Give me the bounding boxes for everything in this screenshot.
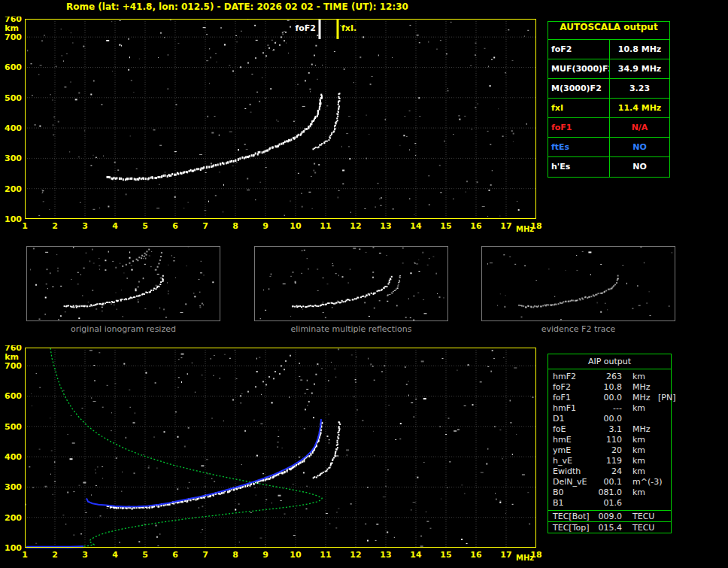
aip-param-extra bbox=[657, 498, 671, 509]
thumbnail-cleaned-plot bbox=[254, 246, 448, 321]
aip-param-extra bbox=[657, 445, 671, 456]
svg-text:12: 12 bbox=[350, 550, 361, 560]
aip-param-unit: MHz bbox=[623, 393, 657, 403]
svg-text:6: 6 bbox=[172, 550, 178, 560]
aip-param-value: 24 bbox=[596, 466, 623, 477]
thumbnail-cleaned-caption: eliminate multiple reflections bbox=[254, 324, 448, 334]
svg-text:13: 13 bbox=[380, 550, 391, 560]
svg-text:12: 12 bbox=[350, 221, 361, 231]
aip-row: foF100.0MHz[PN] bbox=[548, 393, 671, 403]
svg-text:10: 10 bbox=[290, 550, 302, 560]
aip-tec-rows: TEC[Bot]009.0TECUTEC[Top]015.4TECU bbox=[548, 510, 671, 533]
autoscala-param-value: 34.9 MHz bbox=[610, 59, 669, 78]
aip-param-unit: m^(-3) bbox=[623, 477, 657, 488]
svg-text:17: 17 bbox=[500, 221, 511, 231]
thumbnail-original: original ionogram resized bbox=[26, 246, 220, 334]
aip-param-label: Ewidth bbox=[553, 466, 596, 477]
svg-text:16: 16 bbox=[470, 550, 482, 560]
autoscala-param-value: NO bbox=[610, 157, 669, 177]
thumbnail-cleaned: eliminate multiple reflections bbox=[254, 246, 448, 334]
aip-param-label: hmF2 bbox=[553, 372, 596, 382]
aip-param-label: ymE bbox=[553, 445, 596, 456]
autoscala-param-value: NO bbox=[610, 138, 669, 156]
thumb_evidence-svg bbox=[481, 246, 675, 321]
autoscala-param-value: 10.8 MHz bbox=[610, 40, 669, 59]
aip-output-title: AIP output bbox=[548, 354, 671, 369]
y-axis-unit: km bbox=[5, 352, 19, 362]
aip-param-value: 119 bbox=[596, 456, 623, 466]
autoscala-window: Rome (lat: +41.8, lon: 012.5) - DATE: 20… bbox=[0, 0, 728, 568]
aip-param-value: 00.0 bbox=[596, 414, 623, 424]
aip-param-unit: km bbox=[623, 466, 657, 477]
autoscala-param-label: fxI bbox=[548, 99, 610, 117]
svg-text:3: 3 bbox=[82, 221, 88, 231]
svg-text:1: 1 bbox=[22, 550, 28, 560]
thumbnail-evidence-plot bbox=[481, 246, 675, 321]
aip-param-label: foF2 bbox=[553, 382, 596, 393]
aip-tec-unit: TECU bbox=[623, 511, 657, 522]
autoscala-row: MUF(3000)F234.9 MHz bbox=[548, 59, 669, 79]
aip-param-extra bbox=[657, 403, 671, 414]
aip-row: B0081.0km bbox=[548, 488, 671, 498]
aip-param-label: B0 bbox=[553, 488, 596, 498]
ionogram_top-svg: foF2fxI.123456789101112131415161718MHz10… bbox=[0, 17, 544, 233]
svg-text:17: 17 bbox=[500, 550, 511, 560]
svg-text:10: 10 bbox=[290, 221, 302, 231]
aip-tec-row: TEC[Bot]009.0TECU bbox=[548, 510, 671, 521]
svg-text:700: 700 bbox=[5, 32, 22, 42]
svg-text:16: 16 bbox=[470, 221, 482, 231]
autoscala-param-label: MUF(3000)F2 bbox=[548, 59, 610, 78]
svg-text:11: 11 bbox=[320, 550, 331, 560]
fxi--marker-label: fxI. bbox=[341, 23, 356, 33]
aip-param-unit: km bbox=[623, 445, 657, 456]
thumb_cleaned-svg bbox=[254, 246, 448, 321]
y-axis-unit: km bbox=[5, 23, 19, 33]
svg-text:7: 7 bbox=[202, 550, 208, 560]
aip-param-unit: km bbox=[623, 488, 657, 498]
aip-param-value: 00.0 bbox=[596, 393, 623, 403]
aip-param-extra bbox=[657, 372, 671, 382]
svg-text:5: 5 bbox=[142, 550, 148, 560]
thumb_original-svg bbox=[26, 246, 220, 321]
svg-text:9: 9 bbox=[262, 221, 268, 231]
autoscala-output-title: AUTOSCALA output bbox=[548, 22, 669, 40]
aip-param-unit bbox=[623, 414, 657, 424]
svg-text:100: 100 bbox=[5, 214, 22, 224]
svg-text:13: 13 bbox=[380, 221, 391, 231]
fof2-marker-label: foF2 bbox=[295, 23, 316, 33]
aip-row: D100.0 bbox=[548, 414, 671, 424]
autoscala-param-value: 11.4 MHz bbox=[610, 99, 669, 117]
aip-param-value: 110 bbox=[596, 435, 623, 445]
aip-param-extra bbox=[657, 477, 671, 488]
aip-param-unit: km bbox=[623, 435, 657, 445]
aip-param-label: B1 bbox=[553, 498, 596, 509]
autoscala-row: foF1N/A bbox=[548, 118, 669, 138]
svg-text:400: 400 bbox=[5, 452, 22, 462]
ionogram-plot-top: foF2fxI.123456789101112131415161718MHz10… bbox=[0, 17, 544, 233]
autoscala-param-label: foF1 bbox=[548, 118, 610, 137]
aip-tec-value: 009.0 bbox=[596, 511, 623, 522]
x-axis-unit: MHz bbox=[516, 225, 534, 233]
autoscala-param-value: 3.23 bbox=[610, 79, 669, 98]
svg-text:200: 200 bbox=[5, 184, 22, 194]
svg-text:14: 14 bbox=[410, 221, 422, 231]
svg-text:8: 8 bbox=[232, 221, 238, 231]
autoscala-param-label: h'Es bbox=[548, 157, 610, 177]
aip-param-value: 263 bbox=[596, 372, 623, 382]
aip-row: foF210.8MHz bbox=[548, 382, 671, 393]
aip-param-extra bbox=[657, 435, 671, 445]
aip-tec-label: TEC[Bot] bbox=[553, 511, 596, 522]
autoscala-param-value: N/A bbox=[610, 118, 669, 137]
svg-text:14: 14 bbox=[410, 550, 422, 560]
aip-param-extra bbox=[657, 466, 671, 477]
svg-text:9: 9 bbox=[262, 550, 268, 560]
aip-param-value: 20 bbox=[596, 445, 623, 456]
svg-text:5: 5 bbox=[142, 221, 148, 231]
svg-text:300: 300 bbox=[5, 153, 22, 163]
aip-param-unit: km bbox=[623, 456, 657, 466]
x-axis-unit: MHz bbox=[516, 554, 534, 562]
autoscala-param-label: ftEs bbox=[548, 138, 610, 156]
aip-rows: hmF2263kmfoF210.8MHzfoF100.0MHz[PN]hmF1-… bbox=[548, 369, 671, 510]
aip-param-unit: MHz bbox=[623, 382, 657, 393]
autoscala-output-table: AUTOSCALA output foF210.8 MHzMUF(3000)F2… bbox=[548, 21, 670, 178]
